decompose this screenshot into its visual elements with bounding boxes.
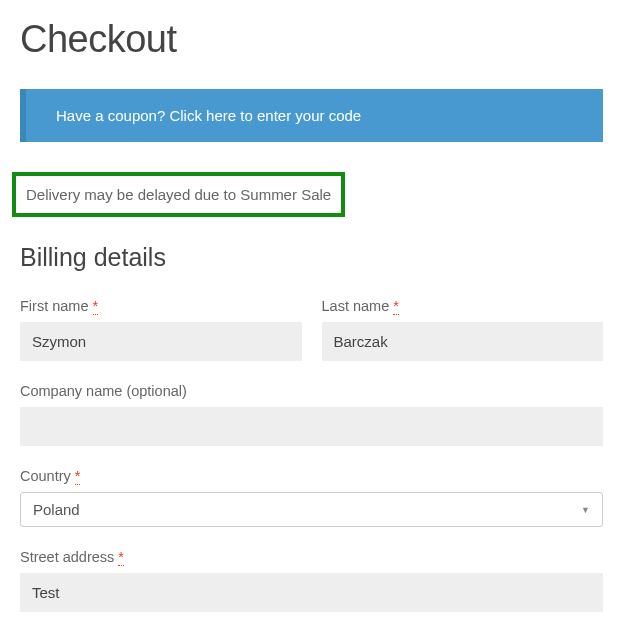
street-label-text: Street address [20, 549, 114, 565]
first-name-input[interactable] [20, 322, 302, 361]
delay-notice-text: Delivery may be delayed due to Summer Sa… [26, 186, 331, 203]
country-label-text: Country [20, 468, 71, 484]
country-selected-value: Poland [33, 501, 80, 518]
last-name-input[interactable] [322, 322, 604, 361]
last-name-label-text: Last name [322, 298, 390, 314]
required-mark: * [75, 468, 81, 485]
last-name-label: Last name * [322, 298, 604, 314]
required-mark: * [93, 298, 99, 315]
required-mark: * [393, 298, 399, 315]
company-input[interactable] [20, 407, 603, 446]
coupon-text: Have a coupon? Click here to enter your … [56, 107, 361, 124]
street-input[interactable] [20, 573, 603, 612]
page-title: Checkout [20, 18, 603, 61]
delay-notice: Delivery may be delayed due to Summer Sa… [12, 172, 345, 217]
company-label: Company name (optional) [20, 383, 603, 399]
first-name-label-text: First name [20, 298, 89, 314]
country-select[interactable]: Poland ▼ [20, 492, 603, 527]
billing-heading: Billing details [20, 243, 603, 272]
street-label: Street address * [20, 549, 603, 565]
required-mark: * [118, 549, 124, 566]
chevron-down-icon: ▼ [581, 505, 590, 515]
coupon-toggle[interactable]: Have a coupon? Click here to enter your … [20, 89, 603, 142]
first-name-label: First name * [20, 298, 302, 314]
country-label: Country * [20, 468, 603, 484]
company-label-text: Company name (optional) [20, 383, 187, 399]
